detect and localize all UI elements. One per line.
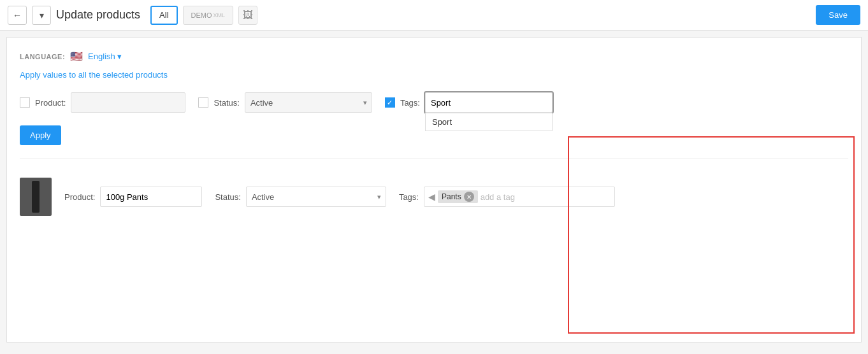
tags-checkbox[interactable]: ✓ xyxy=(385,97,395,108)
add-tag-placeholder[interactable]: add a tag xyxy=(481,192,515,202)
product-row-tags-label: Tags: xyxy=(399,192,419,202)
tags-input-container: Sport xyxy=(425,92,553,113)
product-row-tags-field: ◀ Pants ✕ add a tag xyxy=(424,187,615,207)
product-row-status-select[interactable]: Active Inactive Draft xyxy=(246,187,386,207)
status-select-wrapper: Active Inactive Draft ▾ xyxy=(245,92,372,113)
tab-image[interactable]: 🖼 xyxy=(238,6,257,25)
section-divider xyxy=(20,158,848,159)
language-flag: 🇺🇸 xyxy=(70,50,83,62)
tags-field-group: ✓ Tags: Sport xyxy=(385,92,553,113)
product-checkbox[interactable] xyxy=(20,97,30,108)
save-button[interactable]: Save xyxy=(816,5,860,25)
tab-all[interactable]: All xyxy=(150,6,177,25)
status-select[interactable]: Active Inactive Draft xyxy=(245,92,372,113)
tag-pants-label: Pants xyxy=(442,192,461,201)
highlight-border xyxy=(568,136,855,334)
language-label: LANGUAGE: xyxy=(20,53,65,60)
tag-arrow-left-icon[interactable]: ◀ xyxy=(428,192,435,202)
language-select[interactable]: English ▾ xyxy=(88,52,122,61)
chevron-down-icon: ▾ xyxy=(40,10,44,20)
language-chevron-icon: ▾ xyxy=(117,52,122,61)
tab-demo[interactable]: DEMO XML xyxy=(183,6,234,25)
status-field-label: Status: xyxy=(213,98,239,108)
product-row-tags-group: Tags: ◀ Pants ✕ add a tag xyxy=(399,187,615,207)
tag-remove-icon: ✕ xyxy=(467,194,472,201)
back-icon: ← xyxy=(13,10,22,20)
product-row-product-group: Product: xyxy=(64,187,202,207)
tags-field-label: Tags: xyxy=(400,98,420,108)
product-row-status-select-wrapper: Active Inactive Draft ▾ xyxy=(246,187,386,207)
demo-suffix: XML xyxy=(213,12,226,18)
product-row-product-label: Product: xyxy=(64,192,95,202)
tag-pants: Pants ✕ xyxy=(438,190,478,203)
apply-button[interactable]: Apply xyxy=(20,125,61,145)
back-button[interactable]: ← xyxy=(8,6,27,25)
tags-input[interactable] xyxy=(425,92,553,113)
product-row-status-group: Status: Active Inactive Draft ▾ xyxy=(215,187,386,207)
tags-dropdown: Sport xyxy=(425,113,553,131)
dropdown-button[interactable]: ▾ xyxy=(32,6,51,25)
page-title: Update products xyxy=(56,8,140,22)
image-icon: 🖼 xyxy=(243,10,253,21)
language-row: LANGUAGE: 🇺🇸 English ▾ xyxy=(20,50,848,62)
product-row-status-label: Status: xyxy=(215,192,240,202)
header: ← ▾ Update products All DEMO XML 🖼 Save xyxy=(0,0,868,31)
tags-dropdown-item-sport[interactable]: Sport xyxy=(426,113,552,131)
product-row: Product: Status: Active Inactive Draft ▾… xyxy=(20,171,848,216)
checkmark-icon: ✓ xyxy=(387,99,393,107)
product-field-label: Product: xyxy=(35,98,66,108)
main-content: LANGUAGE: 🇺🇸 English ▾ Apply values to a… xyxy=(6,37,862,343)
bulk-edit-row: Product: Status: Active Inactive Draft ▾… xyxy=(20,92,848,113)
product-thumbnail xyxy=(20,178,52,216)
product-image-icon xyxy=(32,181,40,213)
status-field-group: Status: Active Inactive Draft ▾ xyxy=(198,92,372,113)
apply-values-link[interactable]: Apply values to all the selected product… xyxy=(20,70,848,80)
product-row-product-input[interactable] xyxy=(100,187,202,207)
status-checkbox[interactable] xyxy=(198,97,208,108)
tag-pants-remove-button[interactable]: ✕ xyxy=(464,192,474,202)
product-input[interactable] xyxy=(71,92,185,113)
product-field-group: Product: xyxy=(20,92,185,113)
